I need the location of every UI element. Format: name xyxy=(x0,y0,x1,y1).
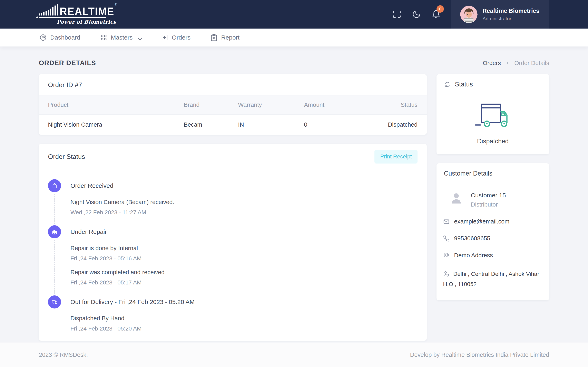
nav-item-label: Masters xyxy=(111,34,133,41)
status-card-title: Status xyxy=(455,81,473,88)
registered-mark: ® xyxy=(115,2,118,6)
order-id-title: Order ID #7 xyxy=(39,74,427,95)
user-role: Administrator xyxy=(483,16,539,22)
page-title: ORDER DETAILS xyxy=(39,59,96,67)
column-header-amount: Amount xyxy=(295,95,372,115)
cell-brand: Becam xyxy=(174,115,229,135)
breadcrumb: Orders Order Details xyxy=(483,60,549,67)
main-navigation: DashboardMastersOrdersReport xyxy=(0,29,588,47)
customer-row-text: 99530608655 xyxy=(454,235,490,242)
nav-item-report[interactable]: Report xyxy=(210,34,240,42)
page-content: ORDER DETAILS Orders Order Details Order… xyxy=(0,47,588,342)
top-header-bar: REALTIME® Power of Biometrics 0 xyxy=(0,0,588,29)
clipboard-icon xyxy=(210,34,218,42)
timeline-entry-text: Night Vision Camera (Becam) received. xyxy=(70,198,417,206)
avatar xyxy=(460,6,477,23)
timeline-step-title: Out for Delivery - Fri ,24 Feb 2023 - 05… xyxy=(70,295,417,309)
mail-icon xyxy=(443,218,450,225)
gift-icon xyxy=(48,225,61,238)
table-header-row: ProductBrandWarrantyAmountStatus xyxy=(39,95,427,115)
nav-item-label: Dashboard xyxy=(50,34,80,41)
truck-icon xyxy=(48,295,61,309)
nav-item-label: Orders xyxy=(172,34,190,41)
delivery-truck-illustration xyxy=(474,102,512,129)
customer-address: Delhi , Central Delhi , Ashok Vihar H.O … xyxy=(443,269,543,289)
nav-item-label: Report xyxy=(221,34,240,41)
table-row: Night Vision CameraBecamIN0Dispatched xyxy=(39,115,427,135)
customer-type: Distributor xyxy=(471,201,506,208)
timeline-item: Under RepairRepair is done by InternalFr… xyxy=(48,225,417,295)
timeline-entry-text: Repair is done by Internal xyxy=(70,244,417,252)
phone-icon xyxy=(443,235,450,242)
chevron-right-icon xyxy=(505,61,510,65)
order-status-card: Order Status Print Receipt Order Receive… xyxy=(39,144,427,341)
user-pin-icon xyxy=(443,271,453,277)
notification-count-badge: 0 xyxy=(437,5,444,13)
footer-credit: Develop by Realtime Biometrics India Pri… xyxy=(410,351,549,358)
column-header-brand: Brand xyxy=(174,95,229,115)
customer-row-phone: 99530608655 xyxy=(443,235,543,242)
order-summary-card: Order ID #7 ProductBrandWarrantyAmountSt… xyxy=(39,74,427,135)
logo-tagline: Power of Biometrics xyxy=(57,19,117,25)
notifications-button[interactable]: 0 xyxy=(432,10,441,19)
chevron-down-icon xyxy=(136,35,141,40)
fullscreen-button[interactable] xyxy=(392,10,401,19)
cell-amount: 0 xyxy=(295,115,372,135)
logo-underline xyxy=(39,17,106,18)
gauge-icon xyxy=(39,34,47,42)
status-card: Status xyxy=(437,74,549,154)
customer-details-card: Customer Details Customer 15 Distributor… xyxy=(437,163,549,300)
customer-row-mail: example@email.com xyxy=(443,218,543,225)
square-plus-icon xyxy=(161,34,168,42)
nav-item-masters[interactable]: Masters xyxy=(100,34,141,42)
timeline-item: Out for Delivery - Fri ,24 Feb 2023 - 05… xyxy=(48,295,417,333)
timeline-entry-text: Repair was completed and received xyxy=(70,268,417,276)
nav-item-orders[interactable]: Orders xyxy=(161,34,190,42)
timeline-entry-text: Dispatched By Hand xyxy=(70,314,417,322)
customer-details-title: Customer Details xyxy=(444,170,493,177)
timeline-step-title: Under Repair xyxy=(70,225,417,238)
cell-product: Night Vision Camera xyxy=(39,115,174,135)
column-header-status: Status xyxy=(372,95,427,115)
moon-icon xyxy=(412,10,421,19)
print-receipt-button[interactable]: Print Receipt xyxy=(374,150,417,164)
timeline-entry-date: Fri ,24 Feb 2023 - 05:17 AM xyxy=(70,279,417,286)
order-items-table: ProductBrandWarrantyAmountStatus Night V… xyxy=(39,95,427,135)
shopping-bag-icon xyxy=(48,179,61,192)
status-value: Dispatched xyxy=(441,138,545,145)
fullscreen-icon xyxy=(392,10,401,19)
cell-status: Dispatched xyxy=(372,115,427,135)
logo-bars-icon xyxy=(39,4,58,16)
footer-copyright: 2023 © RMSDesk. xyxy=(39,351,88,358)
column-header-warranty: Warranty xyxy=(229,95,295,115)
customer-name: Customer 15 xyxy=(471,192,506,199)
realtime-logo[interactable]: REALTIME® Power of Biometrics xyxy=(39,4,117,25)
nav-item-dashboard[interactable]: Dashboard xyxy=(39,34,80,42)
customer-row-address: Demo Address xyxy=(443,252,543,259)
user-menu[interactable]: Realtime Biometrics Administrator xyxy=(451,0,549,29)
breadcrumb-current: Order Details xyxy=(514,60,549,67)
order-timeline: Order ReceivedNight Vision Camera (Becam… xyxy=(39,170,427,341)
timeline-step-title: Order Received xyxy=(70,179,417,192)
address-icon xyxy=(443,252,450,259)
sync-icon xyxy=(444,81,451,88)
timeline-entry-date: Fri ,24 Feb 2023 - 05:16 AM xyxy=(70,255,417,262)
order-status-title: Order Status xyxy=(48,153,85,160)
breadcrumb-orders-link[interactable]: Orders xyxy=(483,60,501,67)
customer-row-text: example@email.com xyxy=(454,218,509,225)
timeline-item: Order ReceivedNight Vision Camera (Becam… xyxy=(48,179,417,225)
customer-row-text: Demo Address xyxy=(454,252,493,259)
column-header-product: Product xyxy=(39,95,174,115)
grid-icon xyxy=(100,34,108,42)
dark-mode-button[interactable] xyxy=(412,10,421,19)
timeline-entry-date: Wed ,22 Feb 2023 - 11:27 AM xyxy=(70,209,417,216)
person-icon xyxy=(450,192,463,208)
cell-warranty: IN xyxy=(229,115,295,135)
user-name: Realtime Biometrics xyxy=(483,7,539,15)
timeline-entry-date: Fri ,24 Feb 2023 - 05:20 AM xyxy=(70,325,417,333)
page-footer: 2023 © RMSDesk. Develop by Realtime Biom… xyxy=(0,342,588,367)
logo-wordmark: REALTIME® xyxy=(60,7,117,16)
